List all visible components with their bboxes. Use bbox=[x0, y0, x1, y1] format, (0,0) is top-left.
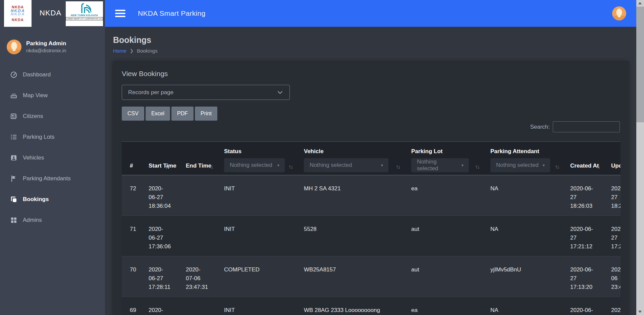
records-per-page-select[interactable]: Records per page bbox=[122, 85, 290, 100]
sidebar-item-bookings[interactable]: Bookings bbox=[0, 189, 105, 210]
smart-city-logo: NEW TOWN KOLKATA GREEN SMART CITY CORPOR… bbox=[66, 1, 103, 26]
map-icon bbox=[10, 92, 17, 99]
cell-index: 72 bbox=[122, 175, 141, 215]
search-input[interactable] bbox=[553, 121, 620, 132]
sort-icon[interactable]: ↑↓ bbox=[209, 164, 213, 170]
nkda-logo-text: NKDA bbox=[12, 18, 24, 22]
main-area: NKDA Smart Parking Bookings Home ❯ Booki… bbox=[105, 0, 636, 315]
topbar: NKDA Smart Parking bbox=[105, 0, 636, 27]
caret-down-icon: ▼ bbox=[542, 164, 545, 167]
cell-vehicle: 5528 bbox=[296, 216, 403, 256]
sort-icon[interactable]: ↑↓ bbox=[396, 164, 400, 170]
copy-icon bbox=[10, 196, 17, 203]
sort-icon[interactable]: ↑↓ bbox=[555, 164, 559, 170]
cell-start-time: 2020- 06-27 bbox=[141, 297, 178, 315]
caret-down-icon: ▼ bbox=[461, 164, 464, 167]
scrollbar-thumb[interactable] bbox=[636, 7, 644, 122]
sidebar-item-label: Citizens bbox=[23, 113, 43, 120]
topbar-avatar[interactable] bbox=[612, 6, 626, 20]
sidebar-item-citizens[interactable]: Citizens bbox=[0, 106, 105, 127]
excel-button[interactable]: Excel bbox=[146, 107, 170, 121]
cell-updated-at: 2020-06- 27 bbox=[603, 297, 621, 315]
cell-end-time bbox=[178, 175, 216, 215]
profile-text: Parking Admin nkda@distronix.in bbox=[26, 40, 66, 54]
menu-toggle-icon[interactable] bbox=[115, 8, 125, 19]
cell-parking-attendant: yjIMv5dBnU bbox=[482, 256, 562, 297]
parking-attendant-filter-dropdown[interactable]: Nothing selected▼ bbox=[490, 158, 550, 172]
cell-index: 69 bbox=[122, 297, 141, 315]
sidebar-item-admins[interactable]: Admins bbox=[0, 210, 105, 231]
cell-created-at: 2020-06- 27 17:21:12 bbox=[562, 216, 603, 256]
cell-parking-lot: aut bbox=[403, 256, 482, 297]
table-row[interactable]: 71 2020- 06-27 17:36:06 INIT 5528 aut NA… bbox=[122, 216, 621, 256]
smart-city-logo-title: NEW TOWN KOLKATA bbox=[71, 14, 98, 16]
cell-end-time: 2020- 07-06 23:47:31 bbox=[178, 256, 216, 297]
table-header-row: # Start Time ↑↓ End Time ↑↓ St bbox=[122, 142, 621, 175]
cell-created-at: 2020-06- 27 18:26:03 bbox=[562, 175, 603, 215]
column-header-updated-at: Updated At bbox=[603, 142, 621, 175]
scrollbar-up-arrow-icon[interactable] bbox=[638, 2, 642, 4]
grid-icon bbox=[10, 217, 17, 224]
sidebar-item-label: Vehicles bbox=[23, 154, 44, 161]
cell-parking-lot: aut bbox=[403, 216, 482, 256]
sidebar-menu: Dashboard Map View Citizens bbox=[0, 64, 105, 231]
sort-icon[interactable]: ↑↓ bbox=[165, 164, 169, 170]
cell-updated-at: 2020-06- 27 17:21:12 bbox=[603, 216, 621, 256]
cell-vehicle: WB 28AG 2333 Loooooooong bbox=[296, 297, 403, 315]
scrollbar-down-arrow-icon[interactable] bbox=[638, 311, 642, 313]
column-header-vehicle: Vehicle Nothing selected▼ ↑↓ bbox=[296, 142, 403, 175]
cell-status: INIT bbox=[216, 175, 296, 215]
cell-index: 71 bbox=[122, 216, 141, 256]
sidebar-logo-row: NKDA NKDA NKDA — — — — — NKDA NKDA NEW T… bbox=[0, 0, 105, 27]
print-button[interactable]: Print bbox=[195, 107, 217, 121]
sidebar-item-label: Parking Lots bbox=[23, 134, 55, 140]
table-row[interactable]: 70 2020- 06-27 17:28:11 2020- 07-06 23:4… bbox=[122, 256, 621, 297]
signal-tower-icon bbox=[78, 2, 91, 14]
records-per-page-label: Records per page bbox=[128, 89, 173, 96]
sidebar-item-map-view[interactable]: Map View bbox=[0, 85, 105, 106]
column-header-status: Status Nothing selected▼ ↑↓ bbox=[216, 142, 296, 175]
dashboard-icon bbox=[10, 71, 17, 78]
cell-parking-attendant: NA bbox=[482, 297, 562, 315]
sidebar: NKDA NKDA NKDA — — — — — NKDA NKDA NEW T… bbox=[0, 0, 105, 315]
cell-parking-lot: ea bbox=[403, 297, 482, 315]
column-header-parking-attendant: Parking Attendant Nothing selected▼ ↑↓ bbox=[482, 142, 562, 175]
chevron-down-icon bbox=[277, 91, 283, 94]
column-header-end-time: End Time ↑↓ bbox=[178, 142, 216, 175]
csv-button[interactable]: CSV bbox=[122, 107, 144, 121]
page-scrollbar[interactable] bbox=[636, 0, 644, 315]
sidebar-item-parking-lots[interactable]: Parking Lots bbox=[0, 127, 105, 147]
sidebar-item-dashboard[interactable]: Dashboard bbox=[0, 64, 105, 85]
cell-updated-at: 2020-07- 06 23:47:31 bbox=[603, 256, 621, 297]
breadcrumb-home-link[interactable]: Home bbox=[113, 48, 126, 54]
vehicle-filter-dropdown[interactable]: Nothing selected▼ bbox=[304, 158, 388, 172]
page-title: Bookings bbox=[113, 35, 636, 45]
view-bookings-card: View Bookings Records per page CSV Excel… bbox=[113, 61, 629, 315]
profile-name: Parking Admin bbox=[26, 40, 66, 47]
cell-index: 70 bbox=[122, 256, 141, 297]
cell-updated-at: 2020-06- 27 18:26:03 bbox=[603, 175, 621, 215]
list-icon bbox=[10, 134, 17, 140]
sidebar-item-parking-attendants[interactable]: Parking Attendants bbox=[0, 168, 105, 189]
sort-icon[interactable]: ↑↓ bbox=[596, 164, 600, 170]
table-body: 72 2020- 06-27 18:36:04 INIT MH 2 SA 432… bbox=[122, 175, 621, 315]
sort-icon[interactable]: ↑↓ bbox=[288, 164, 292, 170]
status-filter-dropdown[interactable]: Nothing selected▼ bbox=[224, 158, 285, 172]
column-header-created-at: Created At ↑↓ bbox=[562, 142, 603, 175]
sidebar-item-label: Admins bbox=[23, 217, 42, 224]
table-row[interactable]: 72 2020- 06-27 18:36:04 INIT MH 2 SA 432… bbox=[122, 175, 621, 216]
cell-parking-attendant: NA bbox=[482, 216, 562, 256]
table-row[interactable]: 69 2020- 06-27 INIT WB 28AG 2333 Loooooo… bbox=[122, 297, 621, 315]
parking-lot-filter-dropdown[interactable]: Nothing selected▼ bbox=[411, 158, 469, 172]
profile-email: nkda@distronix.in bbox=[26, 47, 66, 54]
cell-parking-lot: ea bbox=[403, 175, 482, 215]
cell-end-time bbox=[178, 216, 216, 256]
cell-start-time: 2020- 06-27 17:28:11 bbox=[141, 256, 178, 297]
sort-icon[interactable]: ↑↓ bbox=[475, 164, 479, 170]
search-label: Search: bbox=[530, 124, 550, 130]
pdf-button[interactable]: PDF bbox=[171, 107, 194, 121]
sidebar-item-vehicles[interactable]: Vehicles bbox=[0, 147, 105, 168]
cell-parking-attendant: NA bbox=[482, 175, 562, 215]
app-title: NKDA Smart Parking bbox=[138, 9, 205, 17]
bookings-table: # Start Time ↑↓ End Time ↑↓ St bbox=[122, 141, 621, 315]
